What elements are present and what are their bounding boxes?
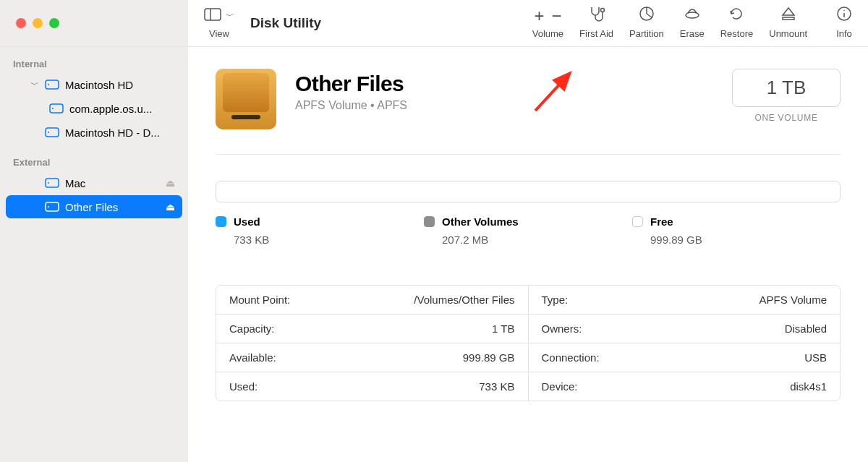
info-label: Info [836, 28, 852, 39]
capacity-sub: ONE VOLUME [732, 113, 841, 123]
svg-rect-9 [46, 80, 59, 89]
sidebar-item-other-files[interactable]: Other Files ⏏ [6, 195, 182, 218]
erase-label: Erase [680, 28, 705, 39]
info-row-mount-point: Mount Point: /Volumes/Other Files [216, 286, 528, 315]
window-controls [0, 18, 59, 28]
restore-label: Restore [720, 28, 754, 39]
info-row-capacity: Capacity: 1 TB [216, 315, 528, 343]
usage-legend: Used 733 KB Other Volumes 207.2 MB Free [216, 215, 841, 246]
info-row-connection: Connection: USB [529, 343, 841, 372]
volume-subtitle: APFS Volume • APFS [295, 99, 713, 112]
eject-icon [780, 6, 796, 26]
eject-icon[interactable]: ⏏ [166, 177, 175, 189]
view-button[interactable]: ﹀ View [204, 0, 234, 46]
volume-label: Volume [532, 28, 563, 39]
body: Internal ﹀ Macintosh HD com.apple.os.u..… [0, 47, 868, 462]
volume-button[interactable]: + − Volume [532, 0, 563, 46]
legend-used-value: 733 KB [234, 234, 424, 246]
swatch-free-icon [632, 216, 643, 227]
volume-title: Other Files [295, 72, 713, 96]
plus-icon: + [534, 6, 544, 26]
external-disk-icon [216, 69, 276, 129]
sidebar-item-label: Mac [65, 177, 160, 189]
usage-bar [216, 181, 841, 202]
volume-header: Other Files APFS Volume • APFS 1 TB ONE … [216, 69, 841, 155]
info-button[interactable]: Info [836, 0, 852, 46]
pie-icon [639, 6, 655, 26]
first-aid-button[interactable]: First Aid [579, 0, 613, 46]
sidebar-section-internal: Internal [0, 56, 188, 72]
toolbar-sidebar-area [0, 0, 188, 46]
unmount-button[interactable]: Unmount [769, 0, 807, 46]
info-row-available: Available: 999.89 GB [216, 343, 528, 372]
disk-icon [45, 178, 59, 188]
svg-rect-11 [50, 104, 63, 113]
svg-rect-17 [46, 202, 59, 211]
legend-free-label: Free [650, 215, 673, 228]
toolbar: ﹀ View Disk Utility + − Volume [0, 0, 868, 47]
swatch-other-icon [424, 216, 435, 227]
sidebar-icon [204, 7, 221, 25]
svg-point-14 [48, 132, 49, 133]
svg-point-16 [48, 182, 49, 184]
window-zoom-button[interactable] [49, 18, 59, 28]
info-row-owners: Owners: Disabled [529, 315, 841, 343]
legend-other-value: 207.2 MB [442, 234, 632, 246]
chevron-down-icon: ﹀ [30, 79, 39, 91]
stethoscope-icon [588, 6, 605, 26]
info-table: Mount Point: /Volumes/Other Files Capaci… [216, 285, 841, 401]
sidebar-item-macintosh-hd[interactable]: ﹀ Macintosh HD [6, 73, 182, 96]
window-close-button[interactable] [16, 18, 26, 28]
info-row-device: Device: disk4s1 [529, 372, 841, 401]
info-row-used: Used: 733 KB [216, 372, 528, 401]
swatch-used-icon [216, 216, 226, 227]
capacity-value: 1 TB [732, 69, 841, 107]
legend-other-label: Other Volumes [442, 215, 519, 228]
svg-point-10 [48, 84, 49, 85]
sidebar: Internal ﹀ Macintosh HD com.apple.os.u..… [0, 47, 188, 462]
partition-label: Partition [629, 28, 664, 39]
sidebar-item-label: Macintosh HD - D... [65, 127, 175, 139]
disk-icon [45, 127, 59, 137]
svg-point-12 [52, 108, 54, 109]
partition-button[interactable]: Partition [629, 0, 664, 46]
svg-marker-4 [783, 8, 794, 15]
svg-rect-0 [205, 9, 221, 20]
minus-icon: − [551, 6, 561, 26]
restore-button[interactable]: Restore [720, 0, 754, 46]
erase-icon [683, 7, 702, 25]
capacity-badge: 1 TB ONE VOLUME [732, 69, 841, 123]
svg-rect-13 [46, 128, 59, 137]
info-icon [836, 6, 852, 26]
unmount-label: Unmount [769, 28, 807, 39]
sidebar-item-label: Other Files [65, 201, 160, 213]
eject-icon[interactable]: ⏏ [166, 201, 175, 213]
sidebar-item-macintosh-hd-data[interactable]: Macintosh HD - D... [6, 121, 182, 144]
svg-point-18 [48, 206, 49, 208]
disk-icon [49, 103, 64, 114]
svg-rect-5 [783, 17, 794, 20]
chevron-down-icon: ﹀ [226, 10, 234, 22]
app-title: Disk Utility [250, 15, 321, 31]
svg-point-8 [843, 10, 845, 12]
legend-used-label: Used [234, 215, 260, 228]
first-aid-label: First Aid [579, 28, 613, 39]
info-row-type: Type: APFS Volume [529, 286, 841, 315]
svg-rect-15 [46, 179, 59, 187]
restore-icon [728, 6, 744, 26]
disk-icon [45, 202, 59, 212]
sidebar-item-mac[interactable]: Mac ⏏ [6, 171, 182, 194]
sidebar-section-external: External [0, 154, 188, 171]
erase-button[interactable]: Erase [680, 0, 705, 46]
disk-icon [45, 80, 59, 90]
view-label: View [209, 28, 229, 39]
svg-point-2 [600, 9, 604, 12]
sidebar-item-com-apple-os[interactable]: com.apple.os.u... [6, 97, 182, 120]
window-minimize-button[interactable] [33, 18, 43, 28]
sidebar-item-label: com.apple.os.u... [69, 103, 175, 115]
toolbar-main-area: ﹀ View Disk Utility + − Volume [188, 0, 868, 46]
disk-utility-window: ﹀ View Disk Utility + − Volume [0, 0, 868, 462]
legend-free-value: 999.89 GB [650, 234, 841, 246]
main-content: Other Files APFS Volume • APFS 1 TB ONE … [188, 47, 868, 462]
sidebar-item-label: Macintosh HD [65, 79, 175, 91]
